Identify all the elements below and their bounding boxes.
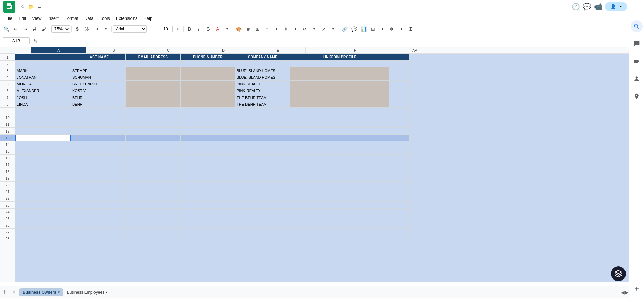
cell-6-2[interactable] [126, 87, 181, 94]
cell-18-5[interactable] [290, 168, 389, 175]
sheet-tab-business-employees[interactable]: Business Employees ▾ [63, 288, 111, 296]
cell-20-3[interactable] [181, 182, 235, 188]
rotate-dropdown[interactable]: ▾ [329, 25, 337, 33]
cell-18-2[interactable] [126, 168, 181, 175]
col-header-f[interactable]: F [306, 47, 405, 53]
cell-10-3[interactable] [181, 114, 235, 121]
cell-26-4[interactable] [235, 222, 290, 229]
cell-22-2[interactable] [126, 195, 181, 202]
cell-19-3[interactable] [181, 175, 235, 182]
currency-button[interactable]: $ [73, 25, 82, 33]
cell-6-5[interactable] [290, 87, 389, 94]
row-header-1[interactable]: 1 [0, 54, 15, 61]
cell-20-4[interactable] [235, 182, 290, 188]
cell-13-0[interactable] [15, 135, 71, 141]
cell-27-5[interactable] [290, 229, 389, 235]
menu-format[interactable]: Format [62, 15, 81, 22]
cell-25-5[interactable] [290, 215, 389, 222]
folder-icon[interactable]: 📁 [28, 4, 34, 9]
cell-18-1[interactable] [71, 168, 126, 175]
row-header-7[interactable]: 7 [0, 94, 15, 101]
cell-13-6[interactable] [389, 135, 410, 141]
row-header-22[interactable]: 22 [0, 195, 15, 202]
cell-26-6[interactable] [389, 222, 410, 229]
row-header-23[interactable]: 23 [0, 202, 15, 209]
cell-11-1[interactable] [71, 121, 126, 128]
cell-11-4[interactable] [235, 121, 290, 128]
comment-button[interactable]: 💬 [350, 25, 358, 33]
cell-8-2[interactable] [126, 101, 181, 108]
cell-16-2[interactable] [126, 155, 181, 161]
row-header-11[interactable]: 11 [0, 121, 15, 128]
chart-button[interactable]: 📊 [359, 25, 368, 33]
cell-14-4[interactable] [235, 141, 290, 148]
row-header-20[interactable]: 20 [0, 182, 15, 188]
cell-2-1[interactable] [71, 61, 126, 67]
cell-18-4[interactable] [235, 168, 290, 175]
row-header-15[interactable]: 15 [0, 148, 15, 155]
freeze-button[interactable]: ❄ [387, 25, 396, 33]
cell-12-0[interactable] [15, 128, 71, 135]
cell-6-4[interactable]: PINK REALTY [235, 87, 290, 94]
cell-22-3[interactable] [181, 195, 235, 202]
cell-23-1[interactable] [71, 202, 126, 209]
cell-3-5[interactable] [290, 67, 389, 74]
cell-7-5[interactable] [290, 94, 389, 101]
cell-12-6[interactable] [389, 128, 410, 135]
cell-23-2[interactable] [126, 202, 181, 209]
cell-26-2[interactable] [126, 222, 181, 229]
row-header-10[interactable]: 10 [0, 114, 15, 121]
cell-7-1[interactable]: BEHR [71, 94, 126, 101]
formula-input[interactable] [41, 38, 641, 43]
cell-12-4[interactable] [235, 128, 290, 135]
star-icon[interactable]: ☆ [20, 3, 25, 10]
cell-24-6[interactable] [389, 209, 410, 215]
cell-26-1[interactable] [71, 222, 126, 229]
cell-10-4[interactable] [235, 114, 290, 121]
row-header-26[interactable]: 26 [0, 222, 15, 229]
row-header-3[interactable]: 3 [0, 67, 15, 74]
cell-21-0[interactable] [15, 188, 71, 195]
cell-18-0[interactable] [15, 168, 71, 175]
row-header-28[interactable]: 28 [0, 235, 15, 242]
cell-7-2[interactable] [126, 94, 181, 101]
cell-1-6[interactable] [389, 54, 410, 61]
search-button[interactable]: 🔍 [2, 25, 11, 33]
cell-4-6[interactable] [389, 74, 410, 81]
cell-11-3[interactable] [181, 121, 235, 128]
cell-3-6[interactable] [389, 67, 410, 74]
cell-13-3[interactable] [181, 135, 235, 141]
cell-28-2[interactable] [126, 235, 181, 242]
cell-6-0[interactable]: ALEXANDER [15, 87, 71, 94]
cell-22-6[interactable] [389, 195, 410, 202]
cell-27-1[interactable] [71, 229, 126, 235]
cell-9-0[interactable] [15, 108, 71, 114]
col-header-e[interactable]: E [251, 47, 306, 53]
menu-tools[interactable]: Tools [97, 15, 112, 22]
cell-19-2[interactable] [126, 175, 181, 182]
cell-23-6[interactable] [389, 202, 410, 209]
cell-24-0[interactable] [15, 209, 71, 215]
cell-1-0[interactable] [15, 54, 71, 61]
cell-23-5[interactable] [290, 202, 389, 209]
cell-22-5[interactable] [290, 195, 389, 202]
menu-help[interactable]: Help [141, 15, 155, 22]
cell-6-1[interactable]: KOSTIV [71, 87, 126, 94]
cell-20-5[interactable] [290, 182, 389, 188]
cell-28-5[interactable] [290, 235, 389, 242]
cell-15-3[interactable] [181, 148, 235, 155]
cell-2-4[interactable] [235, 61, 290, 67]
cell-20-1[interactable] [71, 182, 126, 188]
cell-17-6[interactable] [389, 161, 410, 168]
row-header-6[interactable]: 6 [0, 87, 15, 94]
cell-26-5[interactable] [290, 222, 389, 229]
cell-12-1[interactable] [71, 128, 126, 135]
cell-21-3[interactable] [181, 188, 235, 195]
merge-button[interactable]: ⊞ [253, 25, 262, 33]
cell-23-0[interactable] [15, 202, 71, 209]
cell-6-6[interactable] [389, 87, 410, 94]
cell-16-3[interactable] [181, 155, 235, 161]
cell-5-3[interactable] [181, 81, 235, 87]
sheets-logo[interactable] [3, 1, 15, 13]
cell-17-4[interactable] [235, 161, 290, 168]
